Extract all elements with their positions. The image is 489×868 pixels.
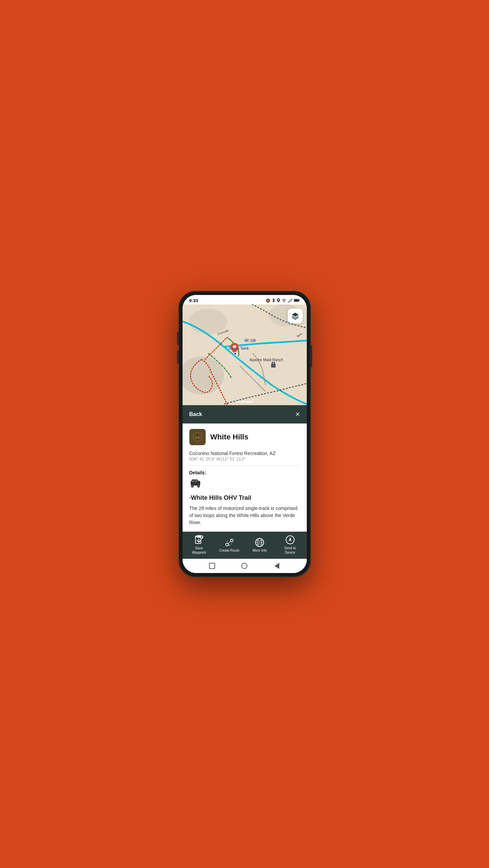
svg-point-36 <box>227 540 228 541</box>
nf120-label: NF-120 <box>245 339 256 342</box>
sheet-content: U·S White Hills Coconino National Forest… <box>183 423 307 532</box>
svg-point-0 <box>278 299 279 301</box>
phone-frame: 9:33 🔕 <box>178 291 311 577</box>
svg-rect-15 <box>274 362 275 364</box>
back-icon <box>275 563 279 569</box>
poi-location: Coconino National Forest Recreation, AZ <box>189 451 300 456</box>
status-time: 9:33 <box>189 298 198 303</box>
send-to-device-icon <box>285 535 295 545</box>
sheet-header: Back × <box>183 405 307 423</box>
close-button[interactable]: × <box>296 410 300 419</box>
user-location-dot <box>233 352 237 355</box>
svg-point-22 <box>192 486 193 487</box>
battery-icon <box>294 299 300 302</box>
svg-text:U·S: U·S <box>195 436 200 439</box>
drag-indicator <box>236 401 253 402</box>
wifi-icon <box>282 299 286 302</box>
bluetooth-icon <box>272 298 275 303</box>
bottom-sheet: Back × U·S White Hills Cocon <box>183 405 307 573</box>
create-route-button[interactable]: Create Route <box>218 538 241 552</box>
svg-rect-7 <box>299 300 300 301</box>
svg-point-33 <box>230 539 233 542</box>
phone-screen: 9:33 🔕 <box>183 295 307 573</box>
power-button <box>311 345 312 367</box>
map-container[interactable]: Cornville NF-120 Apache Maid Ranch Bea..… <box>183 304 307 405</box>
more-info-icon <box>255 538 264 547</box>
back-button-nav[interactable] <box>273 562 281 570</box>
send-to-device-label: Send toDevice <box>284 546 296 555</box>
poi-header: U·S White Hills <box>189 429 300 445</box>
android-nav-bar <box>183 559 307 573</box>
save-waypoint-label: SaveWaypoint <box>192 546 206 555</box>
pin-label: Jones Tank <box>228 346 249 350</box>
svg-point-10 <box>189 309 227 334</box>
save-waypoint-button[interactable]: SaveWaypoint <box>187 535 211 555</box>
poi-details-icon <box>189 478 300 489</box>
more-info-button[interactable]: More Info <box>248 538 271 552</box>
home-button[interactable] <box>241 562 248 570</box>
layers-icon <box>291 312 300 320</box>
svg-rect-13 <box>271 364 275 368</box>
svg-point-23 <box>198 486 199 487</box>
action-bar: SaveWaypoint <box>183 532 307 559</box>
volume-down-button <box>177 350 178 364</box>
svg-point-32 <box>226 543 228 546</box>
status-bar: 9:33 🔕 <box>183 295 307 304</box>
svg-rect-8 <box>294 299 299 301</box>
poi-trail-title: ·White Hills OHV Trail <box>189 494 300 501</box>
poi-title: White Hills <box>210 433 248 441</box>
send-to-device-button[interactable]: Send toDevice <box>278 535 302 555</box>
vehicle-icon <box>189 478 202 488</box>
apache-maid-label: Apache Maid Ranch <box>249 358 283 362</box>
recent-apps-button[interactable] <box>208 562 216 570</box>
location-icon <box>277 298 280 303</box>
svg-point-34 <box>229 545 230 546</box>
save-waypoint-icon <box>194 535 204 545</box>
poi-description: The 28 miles of motorized single-track i… <box>189 505 300 526</box>
layer-toggle-button[interactable] <box>288 309 303 323</box>
svg-rect-14 <box>271 362 273 364</box>
poi-agency-icon: U·S <box>189 429 206 445</box>
status-icons: 🔕 <box>266 298 300 303</box>
bell-off-icon: 🔕 <box>266 298 270 303</box>
signal-icon <box>288 299 293 302</box>
home-icon <box>241 563 247 569</box>
svg-rect-25 <box>195 480 197 482</box>
create-route-label: Create Route <box>219 549 239 552</box>
svg-rect-24 <box>192 480 194 482</box>
usfs-shield-icon: U·S <box>192 432 203 442</box>
poi-coords: N34° 41' 25.9" W111° 51' 13.2" <box>189 457 300 466</box>
poi-details-label: Details: <box>189 470 300 475</box>
more-info-label: More Info <box>252 549 267 552</box>
map-background: Cornville NF-120 Apache Maid Ranch Bea..… <box>183 304 307 405</box>
back-button[interactable]: Back <box>189 411 202 417</box>
svg-point-35 <box>231 543 232 544</box>
volume-up-button <box>177 332 178 345</box>
create-route-icon <box>225 538 234 547</box>
svg-point-1 <box>284 302 284 302</box>
recent-apps-icon <box>209 563 215 569</box>
